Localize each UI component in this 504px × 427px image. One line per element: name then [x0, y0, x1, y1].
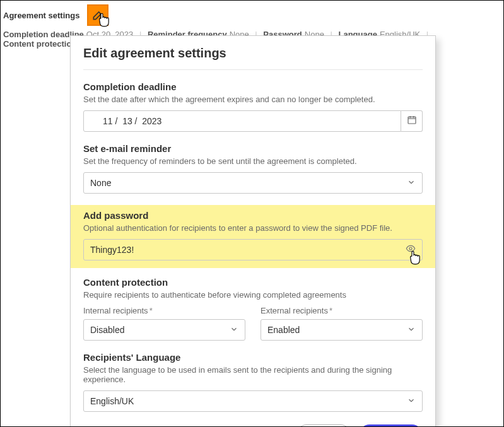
language-section-label: Recipients' Language	[83, 352, 423, 363]
deadline-date-input[interactable]	[83, 110, 401, 132]
internal-recipients-select[interactable]: Disabled	[83, 319, 245, 341]
modal-title: Edit agreement settings	[83, 46, 423, 61]
language-section-desc: Select the language to be used in emails…	[83, 365, 423, 384]
password-section-desc: Optional authentication for recipients t…	[83, 223, 423, 233]
external-recipients-select[interactable]: Enabled	[261, 319, 423, 341]
reminder-section-label: Set e-mail reminder	[83, 143, 423, 154]
password-input[interactable]	[90, 245, 406, 255]
protection-section-desc: Require recipients to authenticate befor…	[83, 290, 423, 300]
language-select-value: English/UK	[90, 396, 134, 406]
protection-meta-label: Content protection	[3, 39, 76, 49]
external-recipients-value: Enabled	[267, 325, 300, 335]
language-select[interactable]: English/UK	[83, 390, 423, 412]
edit-agreement-settings-modal: Edit agreement settings Completion deadl…	[70, 35, 436, 427]
cursor-pointer-icon	[96, 12, 110, 30]
calendar-button[interactable]	[401, 110, 423, 132]
external-recipients-label: External recipients*	[261, 306, 423, 315]
reminder-section-desc: Set the frequency of reminders to be sen…	[83, 156, 423, 166]
protection-section-label: Content protection	[83, 277, 423, 288]
cancel-button[interactable]: Cancel	[296, 424, 351, 427]
continue-button[interactable]: Continue	[359, 424, 423, 427]
reminder-select-value: None	[90, 178, 111, 188]
deadline-section-desc: Set the date after which the agreement e…	[83, 95, 423, 104]
internal-recipients-label: Internal recipients*	[83, 306, 245, 315]
internal-recipients-value: Disabled	[90, 325, 124, 335]
calendar-icon	[407, 115, 417, 127]
chevron-down-icon	[407, 396, 416, 407]
chevron-down-icon	[230, 325, 238, 336]
password-section-label: Add password	[83, 210, 423, 221]
cursor-pointer-icon	[407, 250, 421, 269]
edit-settings-button[interactable]	[87, 4, 108, 26]
chevron-down-icon	[407, 325, 416, 336]
chevron-down-icon	[407, 178, 416, 189]
page-title: Agreement settings	[3, 11, 79, 20]
required-asterisk: *	[329, 306, 332, 315]
svg-rect-0	[408, 117, 416, 124]
required-asterisk: *	[149, 306, 153, 315]
deadline-section-label: Completion deadline	[83, 81, 423, 92]
reminder-select[interactable]: None	[83, 172, 423, 194]
